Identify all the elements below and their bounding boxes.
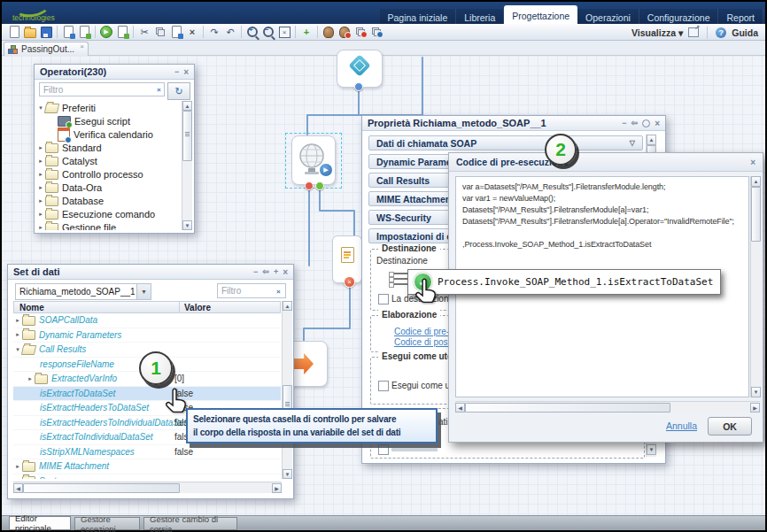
step-run-icon[interactable] xyxy=(114,25,130,39)
clear-filter-icon[interactable]: × xyxy=(276,288,281,296)
save-icon[interactable] xyxy=(38,25,54,39)
scroll-thumb[interactable] xyxy=(23,483,180,493)
minimize-icon[interactable]: − xyxy=(253,267,258,276)
error-x-port[interactable]: × xyxy=(344,276,355,288)
column-nome[interactable]: Nome xyxy=(19,303,44,312)
close-icon[interactable]: × xyxy=(750,158,755,167)
scroll-up-icon[interactable]: ▲ xyxy=(647,135,656,145)
chevron-down-icon[interactable]: ▼ xyxy=(136,284,151,299)
minimize-icon[interactable]: − xyxy=(174,67,179,76)
dataset-vscrollbar[interactable]: ▲ ▼ xyxy=(282,301,292,479)
dataset-row[interactable]: ▸System xyxy=(13,474,281,480)
bottom-checkbox[interactable] xyxy=(378,444,389,455)
column-valore[interactable]: Valore xyxy=(184,303,211,312)
close-icon[interactable]: × xyxy=(183,67,189,77)
scroll-thumb[interactable] xyxy=(751,187,761,242)
close-icon[interactable]: × xyxy=(283,267,288,277)
check-out-icon[interactable] xyxy=(60,25,76,39)
scroll-right-icon[interactable]: ▶ xyxy=(750,403,760,412)
dock-icon[interactable]: ⇦ xyxy=(262,267,269,276)
scroll-up-icon[interactable]: ▲ xyxy=(751,176,761,187)
cut-icon[interactable]: ✂ xyxy=(136,25,152,39)
expression-field-icon[interactable] xyxy=(394,273,408,289)
tree-item-esecuzione-comando[interactable]: ▸Esecuzione comando xyxy=(36,207,181,220)
tab-gestore-cambio-corsia[interactable]: Gestore cambio di corsia xyxy=(143,517,237,530)
disable-link-icon[interactable] xyxy=(353,25,368,39)
node-port[interactable] xyxy=(354,82,363,91)
tree-item-data-ora[interactable]: ▸Data-Ora xyxy=(36,181,181,194)
check-in-icon[interactable] xyxy=(76,25,92,39)
float-icon[interactable]: + xyxy=(274,267,278,276)
dataset-hscrollbar[interactable]: ◀ ▶ xyxy=(13,482,282,493)
zoom-in-icon[interactable]: + xyxy=(244,25,260,39)
redo-icon[interactable]: ↷ xyxy=(206,25,222,39)
tree-item-database[interactable]: ▸Database xyxy=(36,194,181,207)
code-vscrollbar[interactable]: ▲ ▼ xyxy=(750,176,761,397)
popout-icon[interactable] xyxy=(688,27,699,37)
code-hscrollbar[interactable]: ◀ ▶ xyxy=(455,401,760,412)
dataset-row-selected[interactable]: isExtractToDataSetfalse xyxy=(13,387,281,402)
dataset-dropdown[interactable]: Richiama_metodo_SOAP__1 ▼ xyxy=(15,283,151,300)
nav-tab-progettazione[interactable]: Progettazione xyxy=(504,5,577,26)
close-icon[interactable]: × xyxy=(80,42,84,50)
scroll-down-icon[interactable]: ▼ xyxy=(751,387,761,397)
scroll-right-icon[interactable]: ▶ xyxy=(272,483,282,493)
add-operator-icon[interactable]: + xyxy=(298,25,314,39)
soap-call-operator-node[interactable]: ▶ xyxy=(291,135,336,185)
help-icon[interactable]: ? xyxy=(716,27,726,38)
run-icon[interactable]: ▶ xyxy=(98,25,114,39)
tree-item-esegui-script[interactable]: Esegui script xyxy=(36,114,181,127)
scroll-down-icon[interactable]: ▼ xyxy=(182,220,192,230)
pin-icon[interactable] xyxy=(642,120,650,127)
zoom-out-icon[interactable]: − xyxy=(260,25,276,39)
dataset-row[interactable]: ▸MIME Attachment xyxy=(13,459,281,474)
close-icon[interactable]: × xyxy=(655,119,660,128)
minimize-icon[interactable]: − xyxy=(622,119,626,127)
zoom-fit-icon[interactable]: × xyxy=(276,25,292,39)
open-folder-icon[interactable] xyxy=(22,25,38,39)
document-tab[interactable]: PassingOut... × xyxy=(4,42,89,56)
visualizza-menu[interactable]: Visualizza ▾ xyxy=(631,27,683,38)
scroll-left-icon[interactable]: ◀ xyxy=(13,483,23,493)
scroll-up-icon[interactable]: ▲ xyxy=(283,301,292,311)
dataset-row[interactable]: ▸SOAPCallData xyxy=(13,313,281,328)
tree-item-standard[interactable]: ▸Standard xyxy=(36,141,181,154)
ok-button[interactable]: OK xyxy=(708,417,752,436)
tab-editor-principale[interactable]: Editor principale xyxy=(9,516,71,530)
section-dati-di-chiamata-soap[interactable]: Dati di chiamata SOAP▽ xyxy=(368,135,643,150)
new-file-icon[interactable] xyxy=(6,25,22,39)
operators-filter-input[interactable] xyxy=(39,82,165,96)
column-divider[interactable] xyxy=(179,302,180,312)
tree-item-gestione-file[interactable]: ▸Gestione file xyxy=(36,220,181,230)
clear-filter-icon[interactable]: × xyxy=(157,86,161,94)
tree-item-catalyst[interactable]: ▸Catalyst xyxy=(36,154,181,167)
scroll-thumb[interactable] xyxy=(465,403,670,412)
tree-item-preferiti[interactable]: ▾Preferiti xyxy=(36,101,181,114)
copy-icon[interactable] xyxy=(152,25,168,39)
paste-icon[interactable] xyxy=(168,25,184,39)
tree-item-controllo-processo[interactable]: ▸Controllo processo xyxy=(36,167,181,181)
scroll-down-icon[interactable]: ▼ xyxy=(647,444,656,455)
refresh-button[interactable]: ↻ xyxy=(167,82,190,100)
error-port[interactable] xyxy=(305,181,314,190)
undo-icon[interactable]: ↶ xyxy=(222,25,238,39)
breakpoint-toggle-icon[interactable] xyxy=(337,25,353,39)
delete-icon[interactable]: × xyxy=(184,25,200,39)
operators-scrollbar[interactable]: ▲ ▼ xyxy=(182,101,192,230)
scroll-left-icon[interactable]: ◀ xyxy=(455,403,465,412)
scroll-down-icon[interactable]: ▼ xyxy=(283,469,292,479)
tab-gestore-eccezioni[interactable]: Gestore eccezioni xyxy=(74,517,140,530)
scroll-thumb[interactable] xyxy=(182,111,192,161)
expand-icon[interactable]: ▽ xyxy=(630,139,635,147)
breakpoint-icon[interactable] xyxy=(321,25,337,39)
scroll-up-icon[interactable]: ▲ xyxy=(182,101,192,111)
destinazione-checkbox[interactable] xyxy=(378,294,389,305)
esegui-come-checkbox[interactable] xyxy=(378,381,389,391)
success-port[interactable] xyxy=(315,181,324,190)
dataset-row[interactable]: isStripXMLNamespacesfalse xyxy=(13,445,281,460)
guida-label[interactable]: Guida xyxy=(732,27,758,38)
annulla-link[interactable]: Annulla xyxy=(666,420,697,431)
dataset-row[interactable]: ▸Dynamic Parameters xyxy=(13,328,281,343)
tree-item-verifica-calendario[interactable]: Verifica calendario xyxy=(36,127,181,141)
validate-link-icon[interactable] xyxy=(368,25,384,39)
